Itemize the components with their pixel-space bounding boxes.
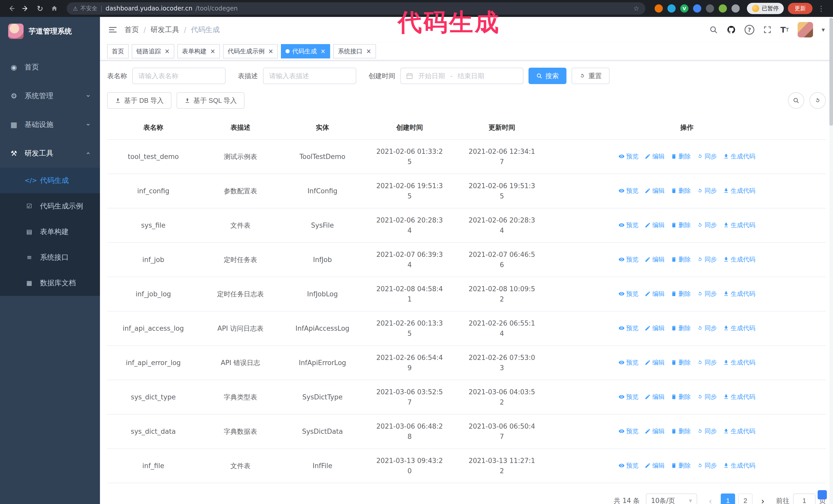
sidebar-item-dev-tools[interactable]: ⚒研发工具 bbox=[0, 139, 100, 168]
tab-form-builder[interactable]: 表单构建× bbox=[177, 44, 220, 58]
action-generate-link[interactable]: 生成代码 bbox=[723, 426, 755, 436]
page-button-2[interactable]: 2 bbox=[738, 494, 753, 504]
tab-api[interactable]: 系统接口× bbox=[333, 44, 376, 58]
action-preview-link[interactable]: 预览 bbox=[618, 357, 639, 368]
action-delete-link[interactable]: 删除 bbox=[671, 323, 691, 333]
extension-icon-blue-drop[interactable] bbox=[667, 4, 675, 13]
action-generate-link[interactable]: 生成代码 bbox=[723, 151, 755, 162]
sidebar-item-db-doc[interactable]: ▦数据库文档 bbox=[0, 270, 100, 296]
action-generate-link[interactable]: 生成代码 bbox=[723, 289, 755, 299]
create-time-range-picker[interactable]: 开始日期 - 结束日期 bbox=[400, 68, 523, 84]
reset-button[interactable]: 重置 bbox=[572, 68, 610, 84]
bookmark-star-icon[interactable]: ☆ bbox=[633, 5, 639, 12]
action-generate-link[interactable]: 生成代码 bbox=[723, 392, 755, 402]
menu-fold-icon[interactable] bbox=[108, 25, 117, 34]
browser-home-icon[interactable] bbox=[48, 2, 61, 15]
github-icon[interactable] bbox=[727, 25, 736, 34]
action-generate-link[interactable]: 生成代码 bbox=[723, 254, 755, 265]
sidebar-item-codegen[interactable]: </>代码生成 bbox=[0, 168, 100, 193]
action-generate-link[interactable]: 生成代码 bbox=[723, 323, 755, 333]
action-preview-link[interactable]: 预览 bbox=[618, 151, 639, 162]
action-preview-link[interactable]: 预览 bbox=[618, 392, 639, 402]
action-sync-link[interactable]: 同步 bbox=[697, 460, 717, 471]
action-preview-link[interactable]: 预览 bbox=[618, 254, 639, 265]
action-edit-link[interactable]: 编辑 bbox=[645, 186, 665, 196]
action-sync-link[interactable]: 同步 bbox=[697, 220, 717, 230]
action-generate-link[interactable]: 生成代码 bbox=[723, 357, 755, 368]
action-delete-link[interactable]: 删除 bbox=[671, 151, 691, 162]
action-edit-link[interactable]: 编辑 bbox=[645, 151, 665, 162]
action-sync-link[interactable]: 同步 bbox=[697, 151, 717, 162]
action-edit-link[interactable]: 编辑 bbox=[645, 460, 665, 471]
paused-extension-badge[interactable]: 已暂停 bbox=[747, 3, 784, 14]
extension-icon-orange[interactable] bbox=[654, 4, 663, 13]
action-edit-link[interactable]: 编辑 bbox=[645, 323, 665, 333]
extension-icon-green-v[interactable]: V bbox=[680, 4, 688, 13]
breadcrumb-home[interactable]: 首页 bbox=[124, 25, 139, 34]
extension-icon-card[interactable] bbox=[706, 4, 714, 13]
action-preview-link[interactable]: 预览 bbox=[618, 426, 639, 436]
action-delete-link[interactable]: 删除 bbox=[671, 357, 691, 368]
action-sync-link[interactable]: 同步 bbox=[697, 392, 717, 402]
action-delete-link[interactable]: 删除 bbox=[671, 460, 691, 471]
action-preview-link[interactable]: 预览 bbox=[618, 220, 639, 230]
page-size-select[interactable]: 10条/页▼ bbox=[646, 494, 697, 504]
close-icon[interactable]: × bbox=[165, 48, 170, 55]
next-page-button[interactable]: › bbox=[756, 494, 770, 504]
chrome-update-button[interactable]: 更新 bbox=[788, 3, 812, 14]
action-preview-link[interactable]: 预览 bbox=[618, 460, 639, 471]
tab-home[interactable]: 首页 bbox=[107, 44, 129, 58]
table-desc-input[interactable] bbox=[263, 68, 356, 84]
action-delete-link[interactable]: 删除 bbox=[671, 220, 691, 230]
action-edit-link[interactable]: 编辑 bbox=[645, 254, 665, 265]
scrollbar[interactable] bbox=[829, 17, 833, 504]
extension-icon-leaf[interactable] bbox=[719, 4, 727, 13]
action-edit-link[interactable]: 编辑 bbox=[645, 289, 665, 299]
action-generate-link[interactable]: 生成代码 bbox=[723, 460, 755, 471]
search-button[interactable]: 搜索 bbox=[528, 68, 567, 84]
browser-forward-icon[interactable] bbox=[20, 2, 32, 15]
help-icon[interactable]: ? bbox=[744, 25, 754, 34]
goto-page-input[interactable] bbox=[793, 494, 815, 504]
address-bar[interactable]: ⚠不安全 | dashboard.yudao.iocoder.cn/tool/c… bbox=[67, 2, 645, 15]
browser-menu-icon[interactable]: ⋮ bbox=[814, 4, 828, 13]
page-button-1[interactable]: 1 bbox=[721, 494, 735, 504]
extension-icon-puzzle[interactable] bbox=[732, 4, 740, 13]
action-sync-link[interactable]: 同步 bbox=[697, 186, 717, 196]
float-widget[interactable] bbox=[818, 490, 827, 499]
close-icon[interactable]: × bbox=[366, 48, 371, 55]
action-preview-link[interactable]: 预览 bbox=[618, 289, 639, 299]
action-delete-link[interactable]: 删除 bbox=[671, 254, 691, 265]
close-icon[interactable]: × bbox=[268, 48, 273, 55]
avatar-caret-icon[interactable]: ▼ bbox=[822, 27, 825, 32]
prev-page-button[interactable]: ‹ bbox=[703, 494, 718, 504]
action-generate-link[interactable]: 生成代码 bbox=[723, 220, 755, 230]
extension-icon-people[interactable] bbox=[693, 4, 701, 13]
action-sync-link[interactable]: 同步 bbox=[697, 289, 717, 299]
action-preview-link[interactable]: 预览 bbox=[618, 323, 639, 333]
search-icon[interactable] bbox=[709, 25, 718, 34]
action-sync-link[interactable]: 同步 bbox=[697, 323, 717, 333]
import-db-button[interactable]: 基于 DB 导入 bbox=[107, 92, 171, 109]
font-size-icon[interactable]: TT bbox=[781, 25, 789, 34]
action-edit-link[interactable]: 编辑 bbox=[645, 426, 665, 436]
table-name-input[interactable] bbox=[132, 68, 225, 84]
sidebar-item-form-builder[interactable]: ▤表单构建 bbox=[0, 219, 100, 245]
action-delete-link[interactable]: 删除 bbox=[671, 289, 691, 299]
close-icon[interactable]: × bbox=[210, 48, 215, 55]
action-preview-link[interactable]: 预览 bbox=[618, 186, 639, 196]
sidebar-item-system[interactable]: ⚙系统管理 bbox=[0, 81, 100, 110]
sidebar-item-api[interactable]: ≡系统接口 bbox=[0, 245, 100, 270]
user-avatar[interactable] bbox=[798, 22, 813, 38]
tab-codegen[interactable]: 代码生成× bbox=[281, 44, 330, 58]
scrollbar-thumb[interactable] bbox=[829, 18, 833, 126]
action-sync-link[interactable]: 同步 bbox=[697, 254, 717, 265]
action-sync-link[interactable]: 同步 bbox=[697, 426, 717, 436]
refresh-table-button[interactable] bbox=[809, 92, 826, 109]
action-edit-link[interactable]: 编辑 bbox=[645, 220, 665, 230]
sidebar-item-codegen-example[interactable]: ☑代码生成示例 bbox=[0, 193, 100, 219]
browser-reload-icon[interactable]: ↻ bbox=[34, 2, 46, 15]
action-generate-link[interactable]: 生成代码 bbox=[723, 186, 755, 196]
action-delete-link[interactable]: 删除 bbox=[671, 392, 691, 402]
action-sync-link[interactable]: 同步 bbox=[697, 357, 717, 368]
